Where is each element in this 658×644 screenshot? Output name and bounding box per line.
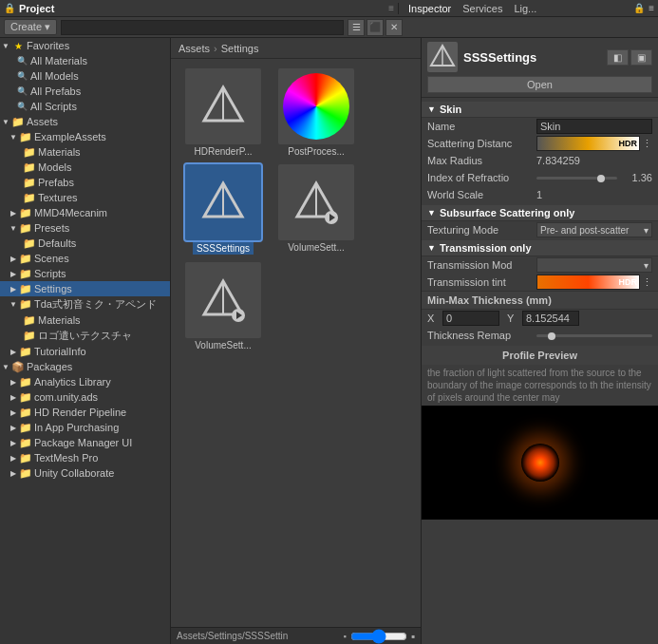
refraction-slider[interactable]: 1.36 <box>536 172 652 183</box>
assets-group[interactable]: ▼ 📁 Assets <box>0 114 170 129</box>
left-panel: ▼ ★ Favorites 🔍 All Materials 🔍 All Mode… <box>0 38 171 644</box>
packages-group[interactable]: ▼ 📦 Packages <box>0 359 170 374</box>
favorites-star-icon: ★ <box>11 39 25 52</box>
create-button[interactable]: Create ▾ <box>4 19 57 35</box>
example-assets-arrow: ▼ <box>8 131 19 142</box>
asset-volumesett2[interactable]: VolumeSett... <box>180 262 266 350</box>
search-input[interactable] <box>61 20 344 35</box>
tutorial-icon: 📁 <box>19 345 32 358</box>
scenes-arrow: ▶ <box>8 253 19 264</box>
thickness-header: Min-Max Thickness (mm) <box>422 291 658 310</box>
transmission-section: ▼ Transmission only Transmission Mod ▾ T… <box>422 240 658 344</box>
defaults-item[interactable]: 📁 Defaults <box>0 236 170 251</box>
textures-label: Textures <box>38 192 78 203</box>
tda-arrow: ▼ <box>8 299 19 311</box>
tda-logo-icon: 📁 <box>23 330 36 343</box>
materials-item[interactable]: 📁 Materials <box>0 144 170 160</box>
transmission-tint-label: Transmission tint <box>427 276 536 288</box>
breadcrumb-assets[interactable]: Assets <box>179 43 210 54</box>
name-input[interactable] <box>536 119 652 134</box>
transmission-mod-dropdown[interactable]: ▾ <box>536 257 652 273</box>
prefabs-item[interactable]: 📁 Prefabs <box>0 175 170 190</box>
textmesh-item[interactable]: ▶ 📁 TextMesh Pro <box>0 450 170 465</box>
tda-logo-item[interactable]: 📁 ロゴ遣いテクスチャ <box>0 328 170 344</box>
inspector-lock-icon[interactable]: 🔒 <box>633 3 645 13</box>
refraction-thumb <box>597 175 605 182</box>
inspector-asset-name: SSSSettings <box>463 50 601 65</box>
pkg-manager-item[interactable]: ▶ 📁 Package Manager UI <box>0 435 170 450</box>
scattering-hdr-bar[interactable]: HDR <box>536 136 640 151</box>
refraction-value: 1.36 <box>619 172 652 183</box>
scattering-expand[interactable]: ⋮ <box>642 138 652 150</box>
center-panel: Assets › Settings HDRenderP... <box>171 38 421 644</box>
project-menu-icon[interactable]: ≡ <box>388 3 394 13</box>
all-scripts-label: All Scripts <box>30 101 77 112</box>
textures-item[interactable]: 📁 Textures <box>0 190 170 205</box>
remap-track <box>536 334 652 337</box>
tutorial-item[interactable]: ▶ 📁 TutorialInfo <box>0 344 170 359</box>
unity-ads-arrow: ▶ <box>8 391 19 403</box>
remap-slider[interactable] <box>536 334 652 337</box>
zoom-slider[interactable] <box>350 632 407 641</box>
scripts-item[interactable]: ▶ 📁 Scripts <box>0 266 170 281</box>
tab-lig[interactable]: Lig... <box>508 3 542 14</box>
project-tab-bar: 🔒 Project ≡ <box>0 3 399 14</box>
world-scale-label: World Scale <box>427 189 536 200</box>
asset-postprocess-thumb <box>278 68 354 144</box>
inspector-btn1[interactable]: ◧ <box>607 49 629 66</box>
close-icon[interactable]: ✕ <box>385 19 403 36</box>
unity-logo-sss-svg <box>199 179 247 226</box>
unity-ads-item[interactable]: ▶ 📁 com.unity.ads <box>0 389 170 405</box>
presets-item[interactable]: ▼ 📁 Presets <box>0 220 170 236</box>
toolbar-left: Create ▾ ☰ ⬛ ✕ <box>4 19 403 36</box>
texturing-row: Texturing Mode Pre- and post-scatter ▾ <box>422 221 658 238</box>
scenes-item[interactable]: ▶ 📁 Scenes <box>0 251 170 266</box>
textmesh-icon: 📁 <box>19 451 32 464</box>
x-input[interactable] <box>442 311 499 326</box>
models-item[interactable]: 📁 Models <box>0 160 170 175</box>
all-scripts-item[interactable]: 🔍 All Scripts <box>0 99 170 114</box>
analytics-item[interactable]: ▶ 📁 Analytics Library <box>0 374 170 389</box>
y-input[interactable] <box>522 311 579 326</box>
asset-hdrenderp-label: HDRenderP... <box>195 146 253 157</box>
asset-postprocess-label: PostProces... <box>288 146 344 157</box>
tda-materials-item[interactable]: 📁 Materials <box>0 313 170 328</box>
transmission-mod-row: Transmission Mod ▾ <box>422 256 658 274</box>
all-prefabs-item[interactable]: 🔍 All Prefabs <box>0 84 170 99</box>
unity-ads-label: com.unity.ads <box>34 391 98 403</box>
inspector-btn2[interactable]: ▣ <box>630 49 652 66</box>
mmd4mecanim-item[interactable]: ▶ 📁 MMD4Mecanim <box>0 205 170 220</box>
grid-icon[interactable]: ⬛ <box>367 19 384 36</box>
asset-hdrenderp[interactable]: HDRenderP... <box>180 68 266 157</box>
inspector-menu-icon[interactable]: ≡ <box>649 3 654 13</box>
transmission-header[interactable]: ▼ Transmission only <box>422 240 658 256</box>
transmission-hdr-bar[interactable]: HDR <box>536 275 640 290</box>
favorites-group[interactable]: ▼ ★ Favorites <box>0 38 170 53</box>
unity-collaborate-item[interactable]: ▶ 📁 Unity Collaborate <box>0 465 170 481</box>
settings-item[interactable]: ▶ 📁 Settings <box>0 281 170 296</box>
hd-render-label: HD Render Pipeline <box>34 407 126 418</box>
tab-inspector[interactable]: Inspector <box>403 3 457 14</box>
tint-expand[interactable]: ⋮ <box>642 276 652 289</box>
all-models-item[interactable]: 🔍 All Models <box>0 68 170 84</box>
tda-item[interactable]: ▼ 📁 Tda式初音ミク・アペンド <box>0 296 170 313</box>
asset-volumesett1[interactable]: VolumeSett... <box>273 164 359 255</box>
in-app-item[interactable]: ▶ 📁 In App Purchasing <box>0 420 170 435</box>
skin-section-header[interactable]: ▼ Skin <box>422 102 658 118</box>
all-materials-item[interactable]: 🔍 All Materials <box>0 53 170 68</box>
breadcrumb-settings[interactable]: Settings <box>221 43 259 54</box>
tab-services[interactable]: Services <box>457 3 508 14</box>
toolbar-icons: ☰ ⬛ ✕ <box>348 19 403 36</box>
inspector-body: ▼ Skin Name Scattering Distanc HDR ⋮ <box>422 98 658 644</box>
texturing-dropdown[interactable]: Pre- and post-scatter ▾ <box>536 222 652 237</box>
inspector-unity-svg <box>428 43 457 71</box>
layout-icon[interactable]: ☰ <box>348 19 365 36</box>
scattering-row: Scattering Distanc HDR ⋮ <box>422 135 658 152</box>
max-radius-label: Max Radius <box>427 155 536 166</box>
open-button[interactable]: Open <box>427 76 652 93</box>
asset-postprocess[interactable]: PostProces... <box>273 68 359 157</box>
subsurface-header[interactable]: ▼ Subsurface Scattering only <box>422 205 658 221</box>
hd-render-item[interactable]: ▶ 📁 HD Render Pipeline <box>0 405 170 420</box>
example-assets-item[interactable]: ▼ 📁 ExampleAssets <box>0 129 170 144</box>
asset-ssssettings[interactable]: SSSSettings <box>180 164 266 255</box>
